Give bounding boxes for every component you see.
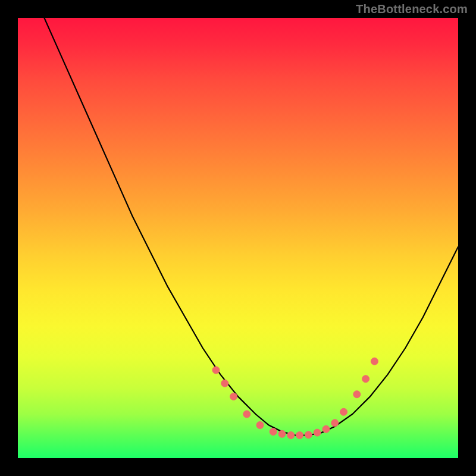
marker-dot — [371, 358, 378, 365]
marker-dot — [362, 375, 369, 383]
marker-dot — [212, 367, 220, 374]
marker-dot — [243, 411, 250, 418]
marker-dot — [322, 425, 330, 433]
watermark-text: TheBottleneck.com — [356, 2, 468, 16]
marker-dot — [287, 432, 295, 439]
marker-dot — [230, 393, 237, 400]
marker-dot — [278, 430, 286, 437]
marker-dot — [305, 431, 312, 439]
marker-dot — [340, 408, 347, 415]
marker-group — [212, 358, 378, 439]
marker-dot — [256, 422, 264, 429]
marker-dot — [353, 391, 361, 398]
marker-dot — [270, 428, 277, 436]
marker-dot — [314, 429, 321, 436]
bottleneck-curve — [44, 18, 458, 436]
marker-dot — [296, 432, 303, 439]
marker-dot — [221, 380, 228, 387]
plot-area — [18, 18, 458, 458]
marker-dot — [331, 419, 339, 427]
chart-svg — [18, 18, 458, 458]
chart-frame: TheBottleneck.com — [0, 0, 476, 476]
